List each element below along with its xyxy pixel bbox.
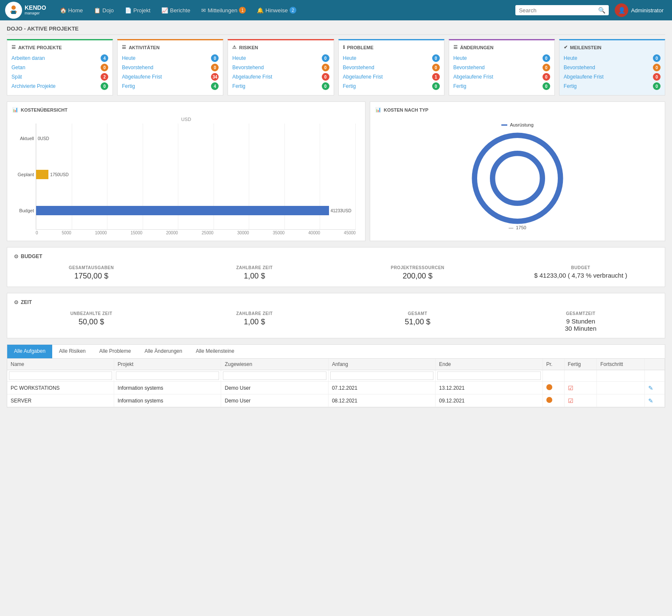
nav-dojo[interactable]: 📋 Dojo (90, 5, 118, 16)
filter-projekt[interactable] (114, 370, 221, 382)
card-link-spaet[interactable]: Spät (11, 74, 22, 80)
budget-title: ⊙ BUDGET (14, 253, 658, 259)
card-link-abg-mei[interactable]: Abgelaufene Frist (564, 74, 604, 80)
card-link-getan[interactable]: Getan (11, 65, 25, 70)
badge-heute-akt: 0 (211, 54, 219, 62)
nav-projekt[interactable]: 📄 Projekt (121, 5, 155, 16)
projektressourcen-value: 200,00 $ (340, 272, 495, 281)
card-link-abg-akt[interactable]: Abgelaufene Frist (122, 74, 162, 80)
tab-alle-meilensteine[interactable]: Alle Meilensteine (189, 345, 241, 358)
badge-bev-aen: 0 (543, 64, 550, 71)
zeit-gesamtzeit: GESAMTZEIT 9 Stunden 30 Minuten (503, 311, 658, 332)
card-link-abg-ris[interactable]: Abgelaufene Frist (232, 74, 272, 80)
filter-name-input[interactable] (9, 371, 112, 380)
edit-icon-1[interactable]: ✎ (648, 385, 653, 391)
card-link-heute-mei[interactable]: Heute (564, 55, 577, 61)
badge-getan: 0 (101, 64, 108, 71)
filter-pr (543, 370, 564, 382)
legend-label: Ausrüstung (510, 122, 534, 127)
card-probleme: ℹ PROBLEME Heute 0 Bevorstehend 0 Abgela… (338, 39, 444, 96)
card-aktive-projekte-header: ☰ AKTIVE PROJEKTE (11, 45, 108, 50)
card-risiken: ⚠ RISIKEN Heute 0 Bevorstehend 0 Abgelau… (228, 39, 334, 96)
table-row: SERVER Information systems Demo User 08.… (7, 394, 665, 407)
filter-anfang-input[interactable] (330, 371, 433, 380)
card-link-bev-akt[interactable]: Bevorstehend (122, 65, 153, 70)
cell-zugewiesen-1: Demo User (221, 382, 328, 394)
search-box[interactable]: 🔍 (515, 5, 609, 15)
edit-icon-2[interactable]: ✎ (648, 397, 653, 404)
unbezahlte-label: UNBEZAHLTE ZEIT (14, 311, 169, 316)
nav-berichte[interactable]: 📈 Berichte (157, 5, 194, 16)
col-prioritaet: Pr. (543, 359, 564, 370)
user-menu[interactable]: 👤 Administrator (611, 2, 667, 19)
filter-name[interactable] (7, 370, 114, 382)
filter-anfang[interactable] (328, 370, 435, 382)
cell-edit-1[interactable]: ✎ (645, 382, 665, 394)
card-link-abg-pro[interactable]: Abgelaufene Frist (343, 74, 383, 80)
mitteilungen-badge: 1 (239, 7, 246, 14)
nav-hinweise[interactable]: 🔔 Hinweise 2 (253, 4, 301, 16)
cell-projekt-2: Information systems (114, 394, 221, 407)
card-aktive-projekte: ☰ AKTIVE PROJEKTE Arbeiten daran 4 Getan… (7, 39, 113, 96)
card-link-fertig-akt[interactable]: Fertig (122, 83, 135, 89)
nav-home[interactable]: 🏠 Home (56, 5, 87, 16)
brand[interactable]: KENDO manager (5, 2, 46, 19)
x-labels: 0 5000 10000 15000 20000 25000 30000 350… (36, 231, 356, 235)
card-link-bev-ris[interactable]: Bevorstehend (232, 65, 264, 70)
filter-ende[interactable] (436, 370, 543, 382)
card-link-fertig-mei[interactable]: Fertig (564, 83, 577, 89)
badge-fertig-mei: 0 (653, 82, 661, 90)
badge-heute-pro: 0 (432, 54, 440, 62)
badge-abg-akt: 34 (211, 73, 219, 81)
bar-chart-container: USD (12, 117, 360, 236)
card-link-bev-mei[interactable]: Bevorstehend (564, 65, 595, 70)
col-projekt: Projekt (114, 359, 221, 370)
filter-fortschritt (597, 370, 645, 382)
cell-fortschritt-1 (597, 382, 645, 394)
search-icon[interactable]: 🔍 (598, 7, 605, 14)
card-link-fertig-aen[interactable]: Fertig (453, 83, 467, 89)
cell-fortschritt-2 (597, 394, 645, 407)
badge-fertig-pro: 0 (432, 82, 440, 90)
card-row: Bevorstehend 0 (564, 63, 661, 72)
card-link-heute-pro[interactable]: Heute (343, 55, 357, 61)
changes-icon: ☰ (453, 45, 458, 50)
nav-mitteilungen[interactable]: ✉ Mitteilungen 1 (197, 4, 250, 16)
card-link-heute-akt[interactable]: Heute (122, 55, 135, 61)
gesamtausgaben-value: 1750,00 $ (14, 272, 169, 281)
milestone-icon: ✔ (564, 45, 568, 50)
card-row: Heute 0 (232, 53, 329, 63)
cell-edit-2[interactable]: ✎ (645, 394, 665, 407)
search-input[interactable] (519, 7, 598, 14)
card-meilenstein: ✔ MEILENSTEIN Heute 0 Bevorstehend 0 Abg… (559, 39, 665, 96)
filter-projekt-input[interactable] (116, 371, 219, 380)
card-link-bev-aen[interactable]: Bevorstehend (453, 65, 485, 70)
cards-row: ☰ AKTIVE PROJEKTE Arbeiten daran 4 Getan… (7, 39, 665, 96)
card-link-fertig-pro[interactable]: Fertig (343, 83, 356, 89)
tab-alle-probleme[interactable]: Alle Probleme (93, 345, 138, 358)
tab-alle-aenderungen[interactable]: Alle Änderungen (138, 345, 189, 358)
filter-ende-input[interactable] (437, 371, 540, 380)
filter-zugewiesen-input[interactable] (223, 371, 326, 380)
card-row: Heute 0 (343, 53, 440, 63)
cell-zugewiesen-2: Demo User (221, 394, 328, 407)
card-link-abg-aen[interactable]: Abgelaufene Frist (453, 74, 493, 80)
card-link-archiviert[interactable]: Archivierte Projekte (11, 83, 56, 89)
zahlbare-zeit-label: ZAHLBARE ZEIT (177, 265, 332, 270)
card-aenderungen: ☰ ÄNDERUNGEN Heute 0 Bevorstehend 0 Abge… (449, 39, 555, 96)
budget-projektressourcen: PROJEKTRESSOURCEN 200,00 $ (340, 265, 495, 281)
gesamtausgaben-label: GESAMTAUSGABEN (14, 265, 169, 270)
tab-alle-risiken[interactable]: Alle Risiken (52, 345, 93, 358)
card-link-heute-ris[interactable]: Heute (232, 55, 246, 61)
zeit-section: ⊙ ZEIT UNBEZAHLTE ZEIT 50,00 $ ZAHLBARE … (7, 293, 665, 338)
filter-zugewiesen[interactable] (221, 370, 328, 382)
card-link-fertig-ris[interactable]: Fertig (232, 83, 245, 89)
card-link-heute-aen[interactable]: Heute (453, 55, 467, 61)
zahlbare-value-zeit: 1,00 $ (177, 318, 332, 326)
info-icon: ℹ (343, 45, 345, 50)
card-row: Abgelaufene Frist 34 (122, 72, 219, 82)
card-link-bev-pro[interactable]: Bevorstehend (343, 65, 374, 70)
tab-alle-aufgaben[interactable]: Alle Aufgaben (7, 345, 52, 358)
card-link-arbeiten[interactable]: Arbeiten daran (11, 55, 45, 61)
priority-dot-1 (546, 384, 552, 390)
